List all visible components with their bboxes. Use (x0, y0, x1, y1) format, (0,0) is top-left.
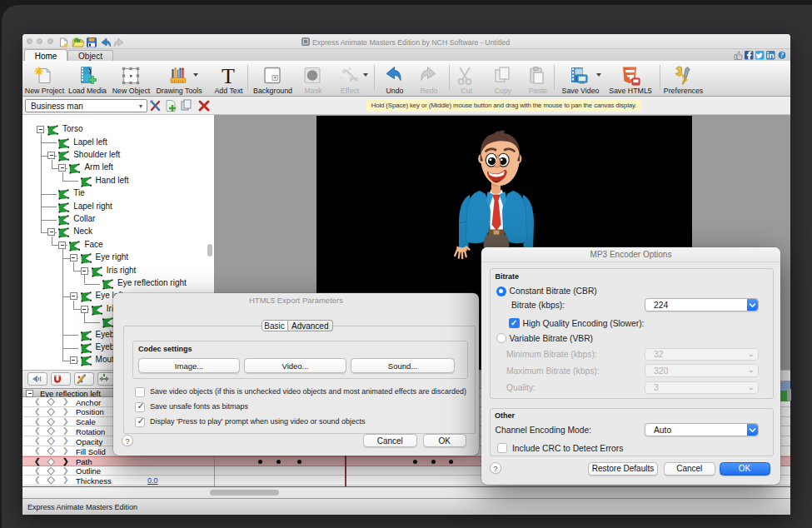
svg-text:FX: FX (350, 76, 359, 83)
svg-text:T: T (222, 65, 235, 87)
svg-text:?: ? (780, 52, 784, 59)
